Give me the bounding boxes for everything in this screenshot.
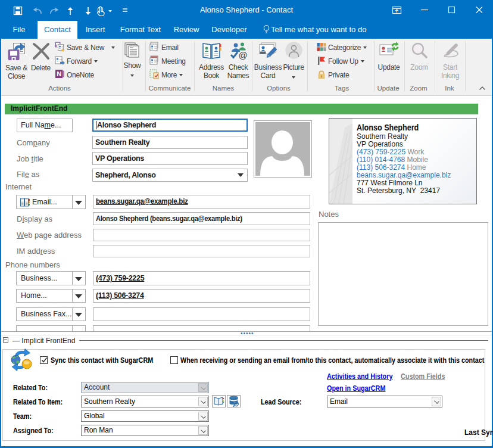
svg-text:N: N [57, 70, 61, 77]
svg-text:@: @ [238, 50, 247, 60]
